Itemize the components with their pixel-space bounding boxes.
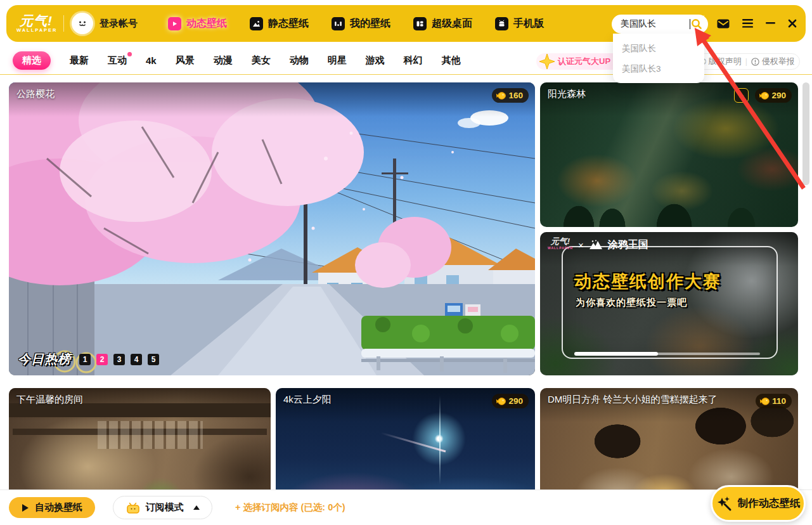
rank-5-button[interactable]: 5 xyxy=(148,354,159,365)
play-icon xyxy=(22,503,29,512)
card-title: 4k云上夕阳 xyxy=(283,394,332,406)
magic-wand-icon xyxy=(716,495,733,512)
copyright-link[interactable]: © 版权声明 xyxy=(700,56,742,67)
coin-icon xyxy=(759,397,770,406)
wallpaper-card-sunny-forest[interactable]: 阳光森林 290 xyxy=(540,82,798,227)
card-title: 阳光森林 xyxy=(548,88,586,100)
cherry-road-illustration xyxy=(9,82,535,375)
card-title: DM明日方舟 铃兰大小姐的雪糕摆起来了 xyxy=(548,394,718,406)
star-icon xyxy=(538,53,557,70)
nav-label: 动态壁纸 xyxy=(186,17,227,30)
category-label: 互动 xyxy=(108,55,127,65)
brand-logo: 元气!WALLPAPER xyxy=(548,238,573,252)
coin-icon xyxy=(496,397,506,406)
category-4k[interactable]: 4k xyxy=(146,55,157,66)
category-tabs: 精选 最新 互动 4k 风景 动漫 美女 动物 明星 游戏 科幻 其他 xyxy=(13,51,461,70)
window-controls xyxy=(704,5,797,42)
app-logo-subtext: WALLPAPER xyxy=(16,27,56,33)
make-dynamic-wallpaper-button[interactable]: 制作动态壁纸 xyxy=(711,485,806,522)
contest-banner-card[interactable]: 元气!WALLPAPER × 涂鸦王国 动态壁纸创作大赛 为你喜欢的壁纸投一票吧 xyxy=(540,232,798,375)
coin-icon xyxy=(496,91,506,100)
rank-3-button[interactable]: 3 xyxy=(113,354,125,365)
avatar[interactable] xyxy=(72,13,93,34)
minimize-icon[interactable] xyxy=(766,22,775,25)
card-title: 下午温馨的房间 xyxy=(16,394,83,406)
legal-bar: © 版权声明 | 侵权举报 xyxy=(695,53,800,70)
auto-change-wallpaper-button[interactable]: 自动换壁纸 xyxy=(9,497,95,518)
tree-silhouettes xyxy=(540,189,798,227)
rank-2-button[interactable]: 2 xyxy=(96,354,108,365)
category-featured[interactable]: 精选 xyxy=(13,51,51,70)
daily-hot-rank: 今日热榜 1 2 3 4 5 xyxy=(18,351,159,368)
nav-super-desktop[interactable]: 超级桌面 xyxy=(413,17,472,30)
category-game[interactable]: 游戏 xyxy=(366,55,385,67)
nav-label: 我的壁纸 xyxy=(350,17,390,30)
price-value: 160 xyxy=(508,91,523,100)
progress-fill xyxy=(574,352,658,356)
select-subscription-link[interactable]: + 选择订阅内容 (已选: 0个) xyxy=(235,502,345,514)
nav-label: 静态壁纸 xyxy=(268,17,309,30)
bottom-bar: 自动换壁纸 订阅模式 + 选择订阅内容 (已选: 0个) xyxy=(0,489,812,525)
smiley-face-icon xyxy=(75,16,89,30)
nav-label: 手机版 xyxy=(513,17,544,30)
card-title: 公路樱花 xyxy=(16,88,55,100)
category-newest[interactable]: 最新 xyxy=(70,55,89,67)
scrollbar-thumb[interactable] xyxy=(802,82,809,185)
category-anime[interactable]: 动漫 xyxy=(214,55,233,67)
category-animal[interactable]: 动物 xyxy=(290,55,309,67)
shoji-grid xyxy=(98,421,202,449)
category-scenery[interactable]: 风景 xyxy=(176,55,195,67)
suggestion-item[interactable]: 美国队长3 xyxy=(613,59,704,79)
contest-subtitle: 为你喜欢的壁纸投一票吧 xyxy=(576,297,687,309)
close-icon[interactable] xyxy=(788,19,797,28)
app-logo-text: 元气! xyxy=(16,15,56,27)
rank-1-button[interactable]: 1 xyxy=(79,354,91,365)
image-icon xyxy=(250,17,263,30)
divider: | xyxy=(745,57,747,66)
copyright-label: 版权声明 xyxy=(709,56,742,67)
chevron-up-icon xyxy=(193,505,200,510)
price-value: 290 xyxy=(508,396,523,406)
coin-icon xyxy=(759,91,769,100)
tv-icon xyxy=(126,502,140,514)
notification-dot xyxy=(127,52,132,56)
nav-mobile-version[interactable]: 手机版 xyxy=(495,17,544,30)
category-other[interactable]: 其他 xyxy=(442,55,461,67)
suggestion-item[interactable]: 美国队长 xyxy=(613,39,704,59)
report-link[interactable]: 侵权举报 xyxy=(751,56,795,67)
nav-dynamic-wallpaper[interactable]: 动态壁纸 xyxy=(168,17,227,30)
menu-icon[interactable] xyxy=(742,19,753,28)
mail-icon[interactable] xyxy=(717,19,730,29)
contest-title: 动态壁纸创作大赛 xyxy=(574,270,721,293)
search-value: 美国队长 xyxy=(621,18,689,30)
wallpaper-card-cherry-road[interactable]: 公路樱花 160 今日热榜 1 2 3 4 5 xyxy=(9,82,535,375)
rank-4-button[interactable]: 4 xyxy=(131,354,142,365)
card-shade xyxy=(9,82,535,117)
subscribe-mode-label: 订阅模式 xyxy=(146,502,184,514)
nav-my-wallpaper[interactable]: 我的壁纸 xyxy=(332,17,390,30)
android-icon xyxy=(495,17,508,30)
partner-name: 涂鸦王国 xyxy=(608,238,648,252)
price-value: 110 xyxy=(772,396,786,406)
brand-subtext: WALLPAPER xyxy=(548,245,573,252)
desktop-layout-icon xyxy=(413,17,427,30)
nav-static-wallpaper[interactable]: 静态壁纸 xyxy=(250,17,309,30)
auto-change-label: 自动换壁纸 xyxy=(35,502,82,514)
divider xyxy=(704,15,704,32)
login-button[interactable]: 登录帐号 xyxy=(72,13,138,34)
category-interactive[interactable]: 互动 xyxy=(108,55,127,67)
price-badge: 160 xyxy=(492,88,529,103)
category-beauty[interactable]: 美女 xyxy=(252,55,271,67)
category-scifi[interactable]: 科幻 xyxy=(404,55,423,67)
report-label: 侵权举报 xyxy=(762,56,795,67)
subscribe-mode-dropdown[interactable]: 订阅模式 xyxy=(113,496,212,519)
hot-rank-label: 今日热榜 xyxy=(18,351,71,368)
price-value: 290 xyxy=(771,91,786,100)
category-star[interactable]: 明星 xyxy=(328,55,347,67)
search-input[interactable]: 美国队长 xyxy=(612,15,708,34)
light-trail xyxy=(380,432,446,452)
my-wallpaper-icon xyxy=(332,17,345,30)
search-icon[interactable] xyxy=(690,18,703,30)
nav-label: 超级桌面 xyxy=(432,17,472,30)
app-logo: 元气! WALLPAPER xyxy=(16,15,56,33)
